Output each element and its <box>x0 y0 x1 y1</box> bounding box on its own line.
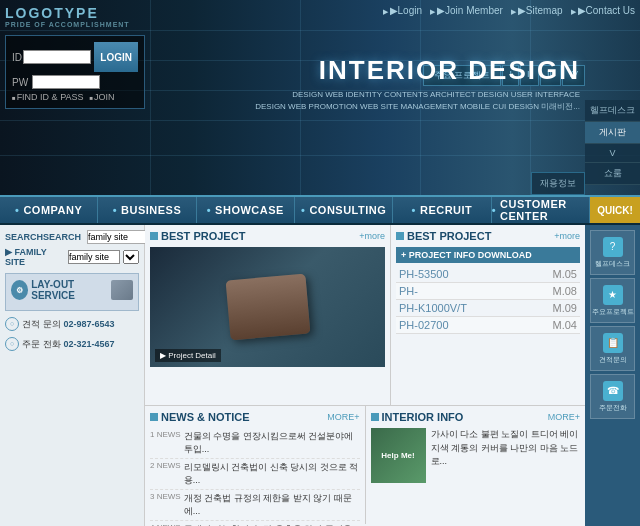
interior-header: INTERIOR INFO MORE+ <box>371 411 581 423</box>
news-tag: 1 NEWS <box>150 430 181 456</box>
download-header: + PROJECT INFO DOWNLOAD <box>396 247 580 263</box>
nav-consulting[interactable]: CONSULTING <box>295 197 393 223</box>
dl-code: PH-53500 <box>399 268 449 280</box>
news-text: 건물의 수명을 연장시킴으로써 건설분야에 투입... <box>184 430 360 456</box>
login-panel: ID LOGIN PW FIND ID & PASS JOIN <box>5 35 145 109</box>
interior-section: INTERIOR INFO MORE+ Help Me! 가사이 다소 불편 노… <box>366 406 586 524</box>
side-tabs: 헬프데스크 게시판 V 쇼룸 <box>585 100 640 185</box>
search-input[interactable] <box>87 230 147 244</box>
find-id-pass-link[interactable]: FIND ID & PASS <box>12 92 83 102</box>
service-thumbnail <box>111 280 133 300</box>
dl-date: M.04 <box>553 319 577 331</box>
rs-projects-icon: ★ <box>603 285 623 305</box>
service-icon: ⚙ <box>11 280 28 300</box>
news-text: 개정 건축법 규정의 제한을 받지 않기 때문에... <box>184 492 360 518</box>
best-project-title: BEST PROJECT <box>150 230 245 242</box>
pw-input[interactable] <box>32 75 100 89</box>
rs-order[interactable]: ☎ 주문전화 <box>590 374 635 419</box>
rs-helpdesk-label: 헬프데스크 <box>595 259 630 269</box>
interior-more[interactable]: MORE+ <box>548 412 580 422</box>
search-label: SEARCH <box>5 232 43 242</box>
phone-icon-2: ○ <box>5 337 19 351</box>
top-nav-login[interactable]: ▶Login <box>383 5 422 16</box>
family-site-input[interactable] <box>68 250 120 264</box>
news-title: NEWS & NOTICE <box>150 411 250 423</box>
phone-icon-1: ○ <box>5 317 19 331</box>
dl-date: M.08 <box>553 285 577 297</box>
rs-estimate-icon: 📋 <box>603 333 623 353</box>
rs-projects-label: 주요프로젝트 <box>592 307 634 317</box>
content-bottom: NEWS & NOTICE MORE+ 1 NEWS 건물의 수명을 연장시킴으… <box>145 405 585 524</box>
side-tab-board[interactable]: 게시판 <box>585 122 640 144</box>
news-item[interactable]: 1 NEWS 건물의 수명을 연장시킴으로써 건설분야에 투입... <box>150 428 360 459</box>
side-tab-helpdesk[interactable]: 헬프데스크 <box>585 100 640 122</box>
rs-projects[interactable]: ★ 주요프로젝트 <box>590 278 635 323</box>
side-tab-v[interactable]: V <box>585 144 640 163</box>
interior-text: 가사이 다소 불편 노질이 트디어 베이지색 계통의 커버를 나만의 마음 노드… <box>431 428 581 483</box>
login-button[interactable]: LOGIN <box>94 42 138 72</box>
best-project-header: BEST PROJECT +more <box>150 230 385 242</box>
quick-button[interactable]: QUICK! <box>590 197 640 223</box>
news-item[interactable]: 3 NEWS 개정 건축법 규정의 제한을 받지 않기 때문에... <box>150 490 360 521</box>
rs-estimate[interactable]: 📋 견적문의 <box>590 326 635 371</box>
news-item[interactable]: 4 NEWS 구매이 가능합니다. 단 음측을 하여 즐거운 만적... <box>150 521 360 526</box>
right-sidebar: ? 헬프데스크 ★ 주요프로젝트 📋 견적문의 ☎ 주문전화 <box>585 225 640 526</box>
download-row[interactable]: PH-53500 M.05 <box>396 266 580 283</box>
grid-line <box>0 30 640 31</box>
news-item[interactable]: 2 NEWS 리모델링시 건축법이 신축 당시의 것으로 적용... <box>150 459 360 490</box>
best-project-more[interactable]: +more <box>359 231 385 241</box>
nav-company[interactable]: COMPANY <box>0 197 98 223</box>
id-label: ID <box>12 52 23 63</box>
rs-estimate-label: 견적문의 <box>599 355 627 365</box>
best-project-right-header: BEST PROJECT +more <box>396 230 580 242</box>
top-nav-sitemap[interactable]: ▶Sitemap <box>511 5 563 16</box>
side-tab-showroom[interactable]: 쇼룸 <box>585 163 640 185</box>
rs-helpdesk[interactable]: ? 헬프데스크 <box>590 230 635 275</box>
project-overlay: ▶ Project Detail <box>155 349 221 362</box>
top-nav-join[interactable]: ▶Join Member <box>430 5 503 16</box>
content-area: BEST PROJECT +more ▶ Project Detail BEST… <box>145 225 585 526</box>
nav-business[interactable]: BUSINESS <box>98 197 196 223</box>
download-row[interactable]: PH-K1000V/T M.09 <box>396 300 580 317</box>
main-navigation: COMPANY BUSINESS SHOWCASE CONSULTING REC… <box>0 195 640 225</box>
grid-line <box>150 0 151 195</box>
project-image: ▶ Project Detail <box>150 247 385 367</box>
sidebar: SEARCH SEARCH ▼ ▶ FAMILY SITE ▼ ⚙ LAY-OU… <box>0 225 145 526</box>
logo-area: LOGOTYPE PRIDE OF ACCOMPLISHMENT <box>5 5 130 28</box>
service-title: ⚙ LAY-OUT SERVICE <box>11 279 133 301</box>
best-project-right-more[interactable]: +more <box>554 231 580 241</box>
news-more[interactable]: MORE+ <box>327 412 359 422</box>
news-text: 리모델링시 건축법이 신축 당시의 것으로 적용... <box>184 461 360 487</box>
nav-recruit[interactable]: RECRUIT <box>393 197 491 223</box>
download-row[interactable]: PH-02700 M.04 <box>396 317 580 334</box>
logo-subtitle: PRIDE OF ACCOMPLISHMENT <box>5 21 130 28</box>
id-input[interactable] <box>23 50 91 64</box>
best-project-right-title: BEST PROJECT <box>396 230 491 242</box>
nav-customer-center[interactable]: CUSTOMER CENTER <box>492 197 590 223</box>
info-box[interactable]: 재용정보 <box>531 172 585 195</box>
grid-line <box>0 120 640 121</box>
rs-order-label: 주문전화 <box>599 403 627 413</box>
contact-label-1: 견적 문의 <box>22 316 61 332</box>
contact-number-2: 02-321-4567 <box>64 336 115 352</box>
family-site-row: ▶ FAMILY SITE ▼ <box>5 247 139 267</box>
dl-code: PH-02700 <box>399 319 449 331</box>
contact-info: ○ 견적 문의 02-987-6543 ○ 주문 전화 02-321-4567 <box>5 316 139 352</box>
contact-label-2: 주문 전화 <box>22 336 61 352</box>
header: LOGOTYPE PRIDE OF ACCOMPLISHMENT ▶Login … <box>0 0 640 195</box>
interior-title: INTERIOR INFO <box>371 411 464 423</box>
hero-subtitle: DESIGN WEB IDENTITY CONTENTS ARCHITECT D… <box>255 89 580 113</box>
search-label-text: SEARCH <box>43 232 81 242</box>
service-box: ⚙ LAY-OUT SERVICE <box>5 273 139 311</box>
best-project-right: BEST PROJECT +more + PROJECT INFO DOWNLO… <box>390 225 585 405</box>
join-link[interactable]: JOIN <box>89 92 114 102</box>
news-list: 1 NEWS 건물의 수명을 연장시킴으로써 건설분야에 투입... 2 NEW… <box>150 428 360 526</box>
download-row[interactable]: PH- M.08 <box>396 283 580 300</box>
family-site-dropdown[interactable]: ▼ <box>123 250 139 264</box>
grid-line <box>0 155 640 156</box>
top-nav-contact[interactable]: ▶Contact Us <box>571 5 635 16</box>
logo-name: LOGOTYPE <box>5 5 130 21</box>
rs-helpdesk-icon: ? <box>603 237 623 257</box>
news-tag: 2 NEWS <box>150 461 181 487</box>
nav-showcase[interactable]: SHOWCASE <box>197 197 295 223</box>
